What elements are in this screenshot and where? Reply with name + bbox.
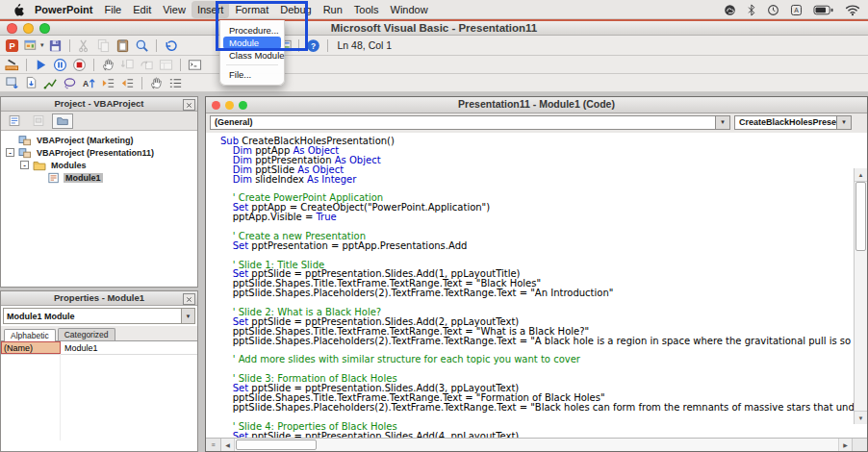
scroll-up-icon[interactable]: ▲ [855, 168, 867, 182]
undo-icon[interactable] [163, 38, 179, 53]
scroll-right-icon[interactable]: ▶ [838, 439, 852, 451]
menu-bar-items: PowerPointFileEditViewInsertFormatDebugR… [29, 1, 434, 18]
creative-cloud-icon[interactable] [724, 4, 736, 16]
connector-tool-icon[interactable] [42, 75, 59, 90]
procedure-dropdown-value: CreateBlackHolesPresentation [739, 117, 852, 127]
clock-icon[interactable] [767, 4, 779, 16]
object-dropdown[interactable]: (General) ▼ [210, 115, 730, 130]
outline-list-icon[interactable] [167, 75, 184, 90]
code-window-title-bar[interactable]: Presentation11 - Module1 (Code) [206, 97, 867, 113]
vertical-scroll-thumb[interactable] [855, 182, 866, 251]
zoom-window-button[interactable] [39, 23, 50, 34]
menu-item-run[interactable]: Run [318, 1, 348, 18]
cut-icon [76, 38, 92, 53]
expander-minus-icon[interactable]: - [6, 148, 14, 157]
toggle-folders-icon[interactable] [52, 113, 73, 129]
rotate-tool-icon[interactable] [62, 75, 78, 90]
tree-item-modules[interactable]: -Modules [1, 159, 197, 171]
horizontal-scrollbar[interactable]: ≡ ◀ ▶ [206, 438, 867, 451]
menu-item-view[interactable]: View [157, 1, 191, 18]
close-icon[interactable] [183, 99, 195, 111]
tree-item-label: VBAProject (Marketing) [35, 136, 136, 145]
minimize-window-button[interactable] [23, 23, 34, 34]
menu-item-debug[interactable]: Debug [274, 1, 317, 18]
caret-down-icon[interactable]: ▼ [836, 116, 851, 129]
insert-userform-icon[interactable] [23, 38, 39, 53]
insert-menu-item-file[interactable]: File... [223, 68, 281, 81]
procedure-dropdown[interactable]: CreateBlackHolesPresentation ▼ [734, 115, 852, 130]
menu-item-file[interactable]: File [99, 1, 128, 18]
close-window-button[interactable] [212, 101, 220, 110]
bluetooth-icon[interactable] [747, 4, 756, 16]
menu-item-powerpoint[interactable]: PowerPoint [29, 1, 99, 18]
property-value-cell[interactable]: Module1 [61, 341, 98, 354]
input-source-icon[interactable]: A [790, 4, 803, 16]
immediate-window-icon[interactable] [187, 57, 203, 72]
tree-item-module1[interactable]: Module1 [1, 171, 197, 184]
properties-grid: (Name) Module1 [1, 341, 197, 440]
hand-icon[interactable] [148, 75, 165, 90]
vb-title-bar[interactable]: Microsoft Visual Basic - Presentation11 [0, 21, 868, 36]
project-panel-tools [1, 112, 197, 131]
menu-item-edit[interactable]: Edit [127, 1, 157, 18]
copy-icon [95, 38, 112, 53]
property-name-cell[interactable]: (Name) [1, 341, 61, 354]
menu-item-format[interactable]: Format [229, 1, 274, 18]
insert-menu-item-module[interactable]: Module [223, 37, 281, 49]
wifi-icon[interactable] [845, 4, 860, 16]
run-icon[interactable] [33, 57, 49, 72]
vertical-scrollbar[interactable]: ▲ ▼ [854, 168, 867, 424]
horizontal-scroll-track[interactable] [235, 439, 838, 451]
caret-down-icon[interactable]: ▼ [715, 116, 729, 129]
import-file-icon[interactable] [23, 75, 39, 90]
reset-icon[interactable] [71, 57, 88, 72]
battery-icon[interactable] [813, 4, 834, 16]
powerpoint-icon[interactable]: P [4, 38, 20, 53]
menu-item-insert[interactable]: Insert [191, 1, 230, 18]
view-code-icon[interactable] [4, 113, 25, 129]
code-line: Set pptPresentation = pptApp.Presentatio… [220, 241, 854, 251]
properties-panel-title: Properties - Module1 [54, 292, 144, 303]
horizontal-scroll-thumb[interactable] [236, 439, 317, 450]
properties-panel-header[interactable]: Properties - Module1 [1, 291, 197, 306]
scroll-down-icon[interactable]: ▼ [855, 411, 867, 424]
edit-toolbar: A [0, 74, 868, 92]
hand-icon[interactable] [100, 57, 116, 72]
close-window-button[interactable] [7, 23, 17, 34]
svg-text:A: A [83, 79, 89, 88]
dropdown-caret-icon[interactable]: ▾ [40, 41, 44, 49]
outdent-icon[interactable] [119, 75, 136, 90]
toolbar-separator [69, 39, 70, 52]
expander-minus-icon[interactable]: - [20, 161, 29, 169]
save-icon[interactable] [47, 38, 64, 53]
scroll-left-icon[interactable]: ◀ [221, 439, 235, 451]
tab-categorized[interactable]: Categorized [58, 328, 115, 340]
code-editor-text[interactable]: Sub CreateBlackHolesPresentation() Dim p… [206, 133, 854, 438]
close-icon[interactable] [183, 293, 195, 305]
find-icon[interactable] [134, 38, 150, 53]
split-handle-icon[interactable]: ≡ [206, 439, 221, 451]
tree-item-vbaproject-marketing[interactable]: VBAProject (Marketing) [1, 134, 197, 146]
insert-menu-item-procedure[interactable]: Procedure... [223, 24, 281, 37]
minimize-window-button[interactable] [225, 101, 234, 110]
zoom-window-button[interactable] [239, 101, 247, 110]
project-panel-header[interactable]: Project - VBAProject [1, 97, 197, 112]
apple-menu-icon[interactable] [10, 2, 25, 17]
object-selector-dropdown[interactable]: Module1 Module ▼ [3, 308, 195, 324]
menu-item-tools[interactable]: Tools [348, 1, 385, 18]
indent-icon[interactable] [100, 75, 116, 90]
design-mode-icon[interactable] [4, 57, 20, 72]
help-icon[interactable]: ? [305, 38, 321, 53]
export-file-icon[interactable] [4, 75, 20, 90]
tree-item-label: Modules [49, 161, 89, 170]
paste-icon[interactable] [115, 38, 131, 53]
menu-item-window[interactable]: Window [385, 1, 434, 18]
sort-ascending-icon[interactable]: A [81, 75, 97, 90]
code-dropdowns-row: (General) ▼ CreateBlackHolesPresentation… [206, 113, 867, 134]
insert-menu-item-class-module[interactable]: Class Module [223, 49, 281, 62]
tree-item-vbaproject-presentation11[interactable]: -VBAProject (Presentation11) [1, 146, 197, 159]
caret-down-icon[interactable]: ▼ [181, 309, 194, 323]
tab-alphabetic[interactable]: Alphabetic [4, 329, 56, 341]
break-icon[interactable] [52, 57, 68, 72]
screen: PowerPointFileEditViewInsertFormatDebugR… [0, 0, 868, 452]
